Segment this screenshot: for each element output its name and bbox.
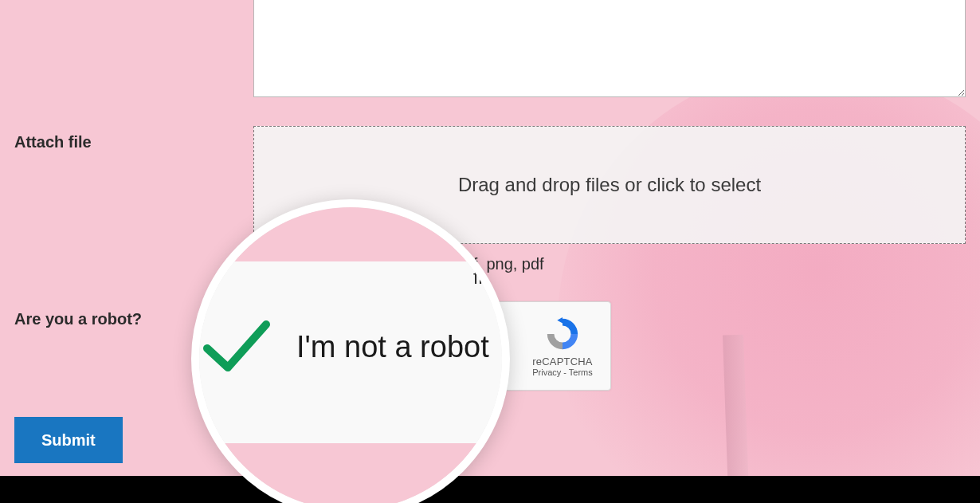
dropzone-text: Drag and drop files or click to select	[458, 174, 761, 196]
recaptcha-brand-text: reCAPTCHA	[523, 356, 602, 367]
submit-button[interactable]: Submit	[14, 417, 123, 463]
recaptcha-widget: I'm not a robot reCAPTCHA Privacy - Term…	[253, 301, 611, 391]
file-dropzone[interactable]: Drag and drop files or click to select	[253, 126, 966, 244]
svg-marker-0	[557, 316, 563, 323]
footer-bar	[0, 476, 980, 503]
attach-file-label: Attach file	[14, 133, 92, 151]
recaptcha-logo-icon	[544, 316, 581, 352]
recaptcha-terms-link[interactable]: Terms	[569, 367, 593, 377]
recaptcha-brand-block: reCAPTCHA Privacy - Terms	[523, 316, 610, 377]
accepted-filetypes-text: Accepted file types: jpg, jpef, gif, png…	[253, 255, 544, 273]
robot-question-label: Are you a robot?	[14, 310, 142, 328]
form-page: Attach file Drag and drop files or click…	[0, 0, 980, 503]
message-textarea[interactable]	[253, 0, 966, 97]
recaptcha-links: Privacy - Terms	[523, 367, 602, 377]
recaptcha-link-separator: -	[561, 367, 569, 377]
recaptcha-checkbox[interactable]	[270, 329, 304, 363]
recaptcha-privacy-link[interactable]: Privacy	[532, 367, 561, 377]
recaptcha-checkbox-label: I'm not a robot	[319, 336, 523, 356]
